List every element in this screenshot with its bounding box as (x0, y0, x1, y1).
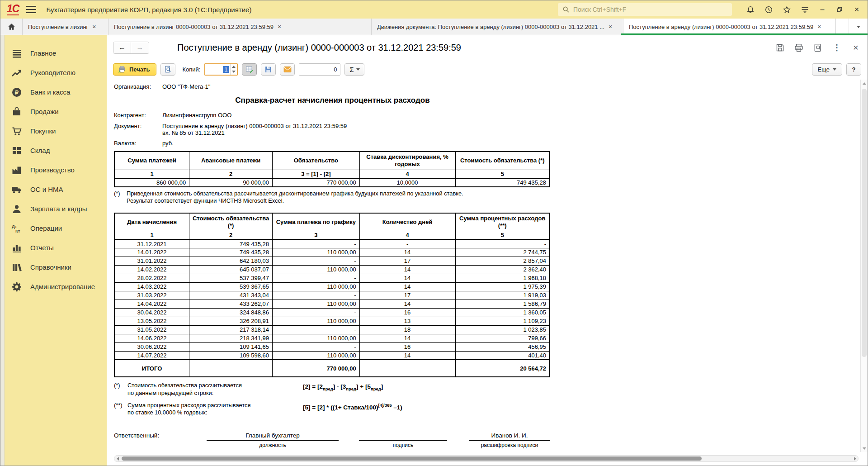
column-number: 1 (114, 170, 189, 178)
scroll-right-icon[interactable] (852, 457, 858, 461)
table-cell: 14 (359, 248, 455, 257)
table-cell: 433 262,07 (189, 300, 273, 308)
column-number: 2 (189, 170, 273, 178)
1c-logo: 1С (7, 4, 19, 15)
page-number-field[interactable]: 0 (299, 63, 340, 76)
table-cell: 31.03.2022 (114, 291, 189, 300)
vertical-scroll-thumb[interactable] (862, 89, 867, 357)
sidebar-item-руководителю[interactable]: Руководителю (0, 63, 107, 82)
save-document-button[interactable] (261, 63, 276, 76)
table-header-row: Дата начисленияСтоимость обязательства (… (114, 213, 550, 231)
tab-close-icon[interactable]: × (278, 24, 281, 30)
table-cell: 17 (359, 291, 455, 300)
favorites-star-icon[interactable] (780, 3, 793, 16)
column-numbers-row: 123 = [1] - [2]45 (114, 170, 550, 178)
help-button[interactable]: ? (846, 63, 861, 76)
close-icon[interactable]: × (850, 3, 863, 16)
save-icon[interactable] (774, 42, 785, 53)
print-button[interactable]: Печать (113, 63, 156, 76)
tab-2[interactable]: Поступление в лизинг 0000-000003 от 31.1… (108, 19, 372, 35)
sidebar-item-производство[interactable]: Производство (0, 160, 107, 180)
horizontal-scroll-thumb[interactable] (122, 456, 702, 461)
kebab-menu-icon[interactable]: ⋮ (831, 42, 842, 53)
spin-up-icon[interactable] (231, 64, 237, 70)
footnote-line: Сумма процентных расходов рассчитывается (127, 402, 303, 409)
send-email-button[interactable] (280, 63, 295, 76)
sidebar-item-label: Главное (30, 49, 56, 57)
scroll-up-icon[interactable] (861, 80, 868, 87)
spin-down-icon[interactable] (231, 69, 237, 75)
table-cell: 749 435,28 (189, 239, 273, 248)
table-cell: 14 (359, 300, 455, 308)
sidebar-item-продажи[interactable]: Продажи (0, 102, 107, 121)
chevron-down-icon (833, 68, 836, 71)
signature-value (359, 432, 447, 441)
table-cell: 799,66 (455, 334, 550, 342)
close-form-icon[interactable]: × (850, 42, 861, 53)
tab-3[interactable]: Движения документа: Поступление в аренду… (372, 19, 623, 35)
tab-close-icon[interactable]: × (609, 24, 612, 30)
main-menu-icon[interactable] (26, 6, 36, 13)
table-cell: 218 341,99 (189, 334, 273, 342)
table1-footnote: (*) Приведенная стоимость обязательства … (114, 190, 551, 205)
table-total-row: ИТОГО770 000,0020 564,72 (114, 360, 550, 377)
print-preview-button[interactable] (160, 63, 175, 76)
sidebar-item-ос-и-нма[interactable]: ОС и НМА (0, 180, 107, 199)
report-body: Организация: ООО "ТФ-Мега-1" Справка-рас… (107, 79, 859, 452)
table-cell: 14 (359, 265, 455, 274)
copies-input[interactable]: 1 (204, 63, 238, 76)
scroll-left-icon[interactable] (114, 457, 121, 461)
sum-button[interactable]: Σ (344, 63, 364, 76)
signature-value: Главный бухгалтер (207, 432, 339, 441)
column-header: Сумма платежа по графику (273, 213, 360, 231)
table-cell: - (273, 257, 360, 265)
tab-label: Поступление в аренду (лизинг) 0000-00000… (629, 24, 813, 30)
table-cell: - (273, 274, 360, 282)
preview-icon[interactable] (812, 42, 823, 53)
table-total-cell: 20 564,72 (455, 360, 550, 377)
global-search-input[interactable]: Поиск Ctrl+Shift+F (558, 3, 732, 16)
notifications-bell-icon[interactable] (744, 3, 757, 16)
sidebar-item-склад[interactable]: Склад (0, 141, 107, 160)
table-cell: 431 343,04 (189, 291, 273, 300)
scroll-down-icon[interactable] (861, 445, 868, 452)
tab-1[interactable]: Поступление в лизинг× (23, 19, 108, 35)
sidebar-item-администрирование[interactable]: Администрирование (0, 277, 107, 296)
table-cell: 749 435,28 (189, 248, 273, 257)
service-menu-icon[interactable] (798, 3, 811, 16)
horizontal-scrollbar[interactable] (114, 455, 859, 462)
tab-close-icon[interactable]: × (817, 24, 821, 30)
sidebar-item-операции[interactable]: ДтКтОперации (0, 219, 107, 238)
edit-table-button[interactable] (242, 63, 257, 76)
vertical-scrollbar[interactable] (860, 80, 868, 452)
sidebar-item-label: Банк и касса (30, 88, 70, 96)
tab-4[interactable]: Поступление в аренду (лизинг) 0000-00000… (623, 19, 836, 35)
table-cell: 401,40 (455, 351, 550, 360)
home-tab[interactable] (0, 19, 23, 35)
nav-back-button[interactable]: ← (113, 42, 131, 53)
tab-close-icon[interactable]: × (92, 24, 96, 30)
table-cell: 539 367,65 (189, 282, 273, 291)
nav-forward-button[interactable]: → (131, 42, 149, 53)
more-button[interactable]: Еще (812, 63, 842, 76)
sidebar-item-зарплата-и-кадры[interactable]: Зарплата и кадры (0, 199, 107, 219)
sidebar-item-справочники[interactable]: Справочники (0, 257, 107, 277)
signature-caption: должность (259, 442, 286, 448)
tab-overflow-button[interactable] (849, 19, 868, 35)
interest-schedule-table: Дата начисленияСтоимость обязательства (… (114, 213, 550, 378)
sidebar-item-покупки[interactable]: Покупки (0, 121, 107, 141)
print-icon[interactable] (793, 42, 804, 53)
column-number: 5 (455, 170, 550, 178)
search-icon (562, 6, 570, 13)
sidebar-item-отчеты[interactable]: Отчеты (0, 238, 107, 257)
history-icon[interactable] (762, 3, 775, 16)
minimize-icon[interactable]: – (816, 3, 829, 16)
signature-section: Ответственный: Главный бухгалтердолжност… (114, 432, 551, 448)
sidebar-item-главное[interactable]: Главное (0, 43, 107, 63)
footnote-lines: Стоимость обязательства рассчитываетсяпо… (127, 382, 303, 397)
sidebar-item-банк-и-касса[interactable]: ₽Банк и касса (0, 82, 107, 102)
sidebar-item-label: Администрирование (30, 283, 95, 290)
factory-icon (11, 165, 22, 176)
window-title: Бухгалтерия предприятия КОРП, редакция 3… (46, 6, 251, 14)
restore-icon[interactable] (833, 3, 846, 16)
